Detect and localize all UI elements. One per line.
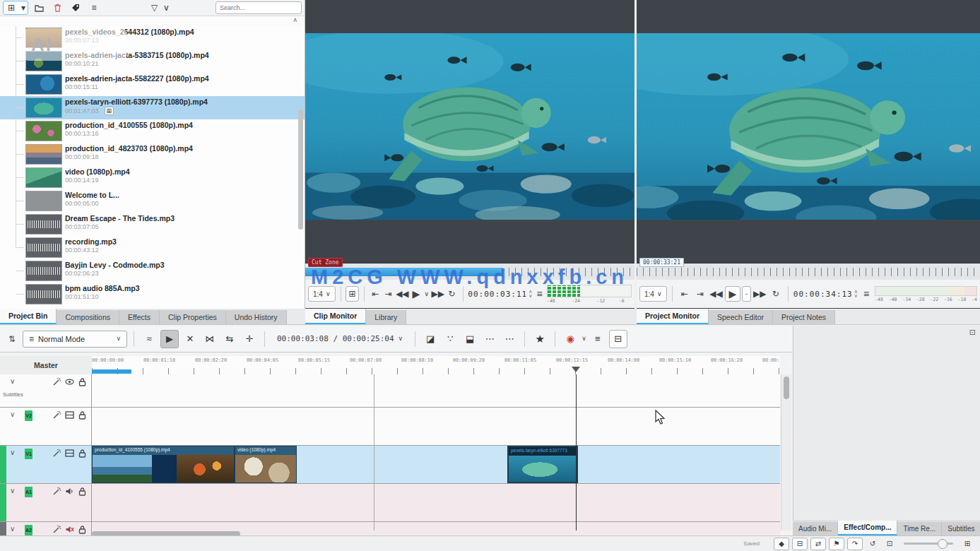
- bin-clip-item[interactable]: pexels-adrien-jacta-5582227 (1080p).mp4 …: [0, 73, 305, 96]
- panel-float-icon[interactable]: ⊡: [969, 328, 976, 337]
- track-size-icon[interactable]: ⊟: [792, 538, 808, 550]
- mixer-toggle-icon[interactable]: ⊟: [609, 330, 627, 348]
- extract-zone-icon[interactable]: ⋯: [501, 331, 518, 348]
- loop-zone-icon[interactable]: ↻: [769, 287, 783, 301]
- lock-icon[interactable]: [78, 410, 87, 421]
- chevron-down-icon[interactable]: ∨: [10, 487, 21, 494]
- zoom-out-icon[interactable]: ↺: [866, 538, 880, 550]
- monitor-timecode[interactable]: 00:00:03:11: [468, 290, 527, 299]
- add-clip-dropdown-icon[interactable]: ▾: [19, 1, 28, 15]
- video-track-icon[interactable]: [65, 449, 74, 459]
- play-options-icon[interactable]: ∨: [423, 287, 430, 301]
- automatic-transitions-icon[interactable]: ⇄: [810, 538, 826, 550]
- slide-tool-icon[interactable]: ⇆: [221, 331, 238, 348]
- record-options-icon[interactable]: ∨: [581, 336, 586, 342]
- set-in-point-icon[interactable]: ⇤: [370, 287, 382, 301]
- track-row-v1[interactable]: production_id_4100555 (1080p).mp4 video …: [92, 446, 780, 484]
- dock-tab[interactable]: Project Bin: [0, 309, 57, 324]
- selection-tool-icon[interactable]: ▶: [160, 330, 179, 348]
- effects-wand-icon[interactable]: [52, 410, 61, 421]
- slip-tool-icon[interactable]: ≈: [141, 331, 158, 348]
- monitor-menu-icon[interactable]: ≡: [859, 287, 873, 301]
- overwrite-zone-icon[interactable]: ⋯: [481, 331, 498, 348]
- filter-icon[interactable]: ▽: [147, 1, 163, 15]
- effects-wand-icon[interactable]: [52, 377, 61, 388]
- search-input[interactable]: [216, 1, 302, 14]
- rewind-icon[interactable]: ◀◀: [709, 287, 723, 301]
- track-target-strip[interactable]: [0, 484, 6, 521]
- lift-zone-icon[interactable]: ⬓: [461, 331, 478, 348]
- set-out-point-icon[interactable]: ⇥: [382, 287, 394, 301]
- bin-clip-item[interactable]: production_id_4100555 (1080p).mp4 00:00:…: [0, 119, 305, 143]
- bin-menu-icon[interactable]: ≡: [86, 1, 102, 15]
- track-tag[interactable]: V2: [25, 410, 33, 421]
- timeline-menu-icon[interactable]: ≡: [589, 331, 606, 348]
- zoom-slider-handle[interactable]: [938, 539, 947, 549]
- monitor-timecode[interactable]: 00:00:34:13: [793, 290, 853, 299]
- track-header[interactable]: ∨ V2: [0, 408, 92, 446]
- video-track-icon[interactable]: [65, 410, 74, 421]
- timecode-spinner[interactable]: ∧∨: [854, 290, 858, 299]
- project-monitor-video[interactable]: [637, 0, 980, 263]
- dock-tab[interactable]: Clip Properties: [160, 310, 226, 324]
- set-in-point-icon[interactable]: ⇤: [677, 287, 691, 301]
- loop-zone-icon[interactable]: ↻: [446, 287, 458, 301]
- show-keyframes-icon[interactable]: ◆: [774, 538, 789, 550]
- insert-zone-icon[interactable]: ∵: [442, 331, 459, 348]
- collapse-all-icon[interactable]: ∧: [293, 17, 297, 23]
- fit-zoom-icon[interactable]: ⊡: [882, 538, 897, 550]
- lock-icon[interactable]: [78, 525, 87, 535]
- add-clip-icon[interactable]: ⊞: [4, 1, 19, 15]
- track-header[interactable]: ∨ A2: [0, 522, 92, 535]
- create-folder-icon[interactable]: [31, 1, 47, 15]
- bin-clip-item[interactable]: video (1080p).mp4 00:00:14:19: [0, 166, 305, 189]
- track-tag[interactable]: A2: [25, 525, 33, 535]
- track-header[interactable]: ∨ A1: [0, 484, 92, 522]
- track-target-strip[interactable]: [0, 522, 6, 535]
- show-markers-icon[interactable]: ⚑: [829, 538, 844, 550]
- lock-icon[interactable]: [78, 377, 87, 388]
- spacer-tool-icon[interactable]: ⋈: [201, 331, 218, 348]
- speaker-muted-icon[interactable]: [65, 525, 74, 535]
- dock-tab[interactable]: Effects: [119, 310, 160, 324]
- track-target-strip[interactable]: [0, 408, 6, 445]
- zoom-in-icon[interactable]: ⊞: [960, 538, 974, 550]
- favorite-effects-icon[interactable]: ★: [531, 331, 548, 348]
- chevron-down-icon[interactable]: ∨: [10, 410, 21, 418]
- timeline-zone-bar[interactable]: [92, 369, 131, 374]
- track-target-strip[interactable]: [0, 374, 6, 407]
- dock-tab[interactable]: Project Notes: [773, 310, 835, 324]
- timeline-timecode[interactable]: 00:00:03:08 / 00:00:25:04 ∨: [271, 334, 408, 343]
- snap-icon[interactable]: ↷: [847, 538, 863, 550]
- razor-tool-icon[interactable]: ✕: [182, 331, 199, 348]
- timeline-ruler[interactable]: 00:00:00:0000:00:01:1000:00:02:2000:00:0…: [92, 356, 780, 375]
- bin-clip-item[interactable]: bpm audio 885A.mp3 00:01:51:10: [0, 283, 305, 306]
- speaker-icon[interactable]: [65, 487, 74, 497]
- tags-icon[interactable]: [68, 1, 83, 15]
- dock-tab[interactable]: Undo History: [226, 310, 287, 324]
- dock-tab[interactable]: Audio Mi...: [793, 522, 838, 535]
- playhead-handle[interactable]: [572, 367, 580, 377]
- zoom-slider[interactable]: [904, 543, 953, 545]
- lock-icon[interactable]: [78, 487, 87, 497]
- timeline-clip[interactable]: pexels-taryn-elliott 6397773: [507, 446, 578, 483]
- add-clip-split-button[interactable]: ⊞ ▾: [3, 1, 28, 15]
- filter-dropdown-icon[interactable]: ∨: [163, 1, 171, 15]
- timeline-vertical-scrollbar[interactable]: [781, 374, 791, 531]
- timeline-clip[interactable]: video (1080p).mp4: [235, 446, 297, 483]
- chevron-down-icon[interactable]: ∨: [10, 377, 21, 385]
- chevron-down-icon[interactable]: ∨: [10, 449, 21, 456]
- subtitle-track-row[interactable]: [92, 374, 780, 408]
- lock-icon[interactable]: [78, 449, 87, 459]
- forward-icon[interactable]: ▶▶: [431, 287, 444, 301]
- bin-clip-item[interactable]: Bayjin Levy - Codmode.mp3 00:02:06:23: [0, 259, 305, 283]
- dock-tab[interactable]: Project Monitor: [637, 309, 709, 324]
- timecode-spinner[interactable]: ∧∨: [529, 290, 532, 299]
- bin-clip-item[interactable]: pexels-taryn-elliott-6397773 (1080p).mp4…: [0, 96, 305, 119]
- track-operations-icon[interactable]: ⇅: [4, 332, 20, 346]
- chevron-down-icon[interactable]: ∨: [10, 525, 21, 533]
- track-row-v2[interactable]: [92, 408, 780, 446]
- dock-tab[interactable]: Time Re...: [897, 522, 942, 535]
- effects-wand-icon[interactable]: [52, 487, 61, 497]
- track-tag[interactable]: V1: [25, 449, 33, 459]
